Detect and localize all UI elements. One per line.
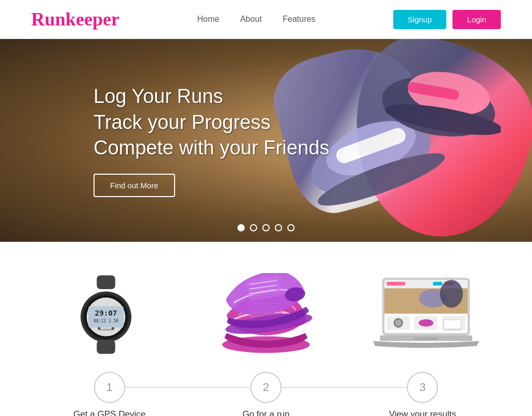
- feature-label-2: Go for a run: [188, 409, 344, 416]
- feature-image-3: [369, 268, 483, 361]
- feature-label-1: Get a GPS Device: [31, 409, 188, 416]
- svg-text:08:12  3.56: 08:12 3.56: [94, 319, 118, 323]
- running-shoes-icon: [214, 273, 318, 356]
- steps-row: 1 2 3: [31, 372, 501, 403]
- feature-labels-row: Get a GPS Device Go for a run View your …: [31, 409, 501, 416]
- logo: Runkeeper: [31, 8, 119, 30]
- carousel-dot-1[interactable]: [237, 224, 245, 231]
- svg-point-45: [395, 319, 402, 327]
- svg-rect-17: [97, 340, 115, 354]
- svg-point-19: [112, 327, 114, 330]
- nav-features[interactable]: Features: [283, 15, 315, 24]
- nav-home[interactable]: Home: [197, 15, 219, 24]
- header-buttons: Signup Login: [393, 10, 501, 29]
- feature-image-2: [209, 268, 323, 361]
- feature-item-1: 29:07 08:12 3.56 GARMIN: [31, 268, 181, 372]
- svg-rect-36: [433, 282, 442, 285]
- gps-watch-icon: 29:07 08:12 3.56 GARMIN: [70, 273, 142, 356]
- features-section: 29:07 08:12 3.56 GARMIN: [0, 242, 532, 416]
- carousel-dots: [237, 224, 295, 231]
- svg-rect-48: [444, 320, 461, 329]
- nav: Home About Features: [197, 15, 315, 24]
- feature-image-1: 29:07 08:12 3.56 GARMIN: [49, 268, 163, 361]
- feature-label-3: View your results: [344, 409, 501, 416]
- signup-button[interactable]: Signup: [393, 10, 447, 29]
- nav-about[interactable]: About: [240, 15, 262, 24]
- carousel-dot-3[interactable]: [262, 224, 270, 231]
- step-circle-3: 3: [407, 372, 438, 403]
- svg-text:GARMIN: GARMIN: [100, 328, 113, 331]
- step-circle-2: 2: [250, 372, 282, 403]
- svg-rect-8: [97, 275, 115, 289]
- feature-item-3: [351, 268, 501, 372]
- step-circle-1: 1: [94, 372, 125, 403]
- hero-content: Log Your Runs Track your Progress Compet…: [0, 84, 329, 197]
- hero-shoes-svg: [303, 44, 501, 237]
- feature-item-2: [191, 268, 341, 372]
- header: Runkeeper Home About Features Signup Log…: [0, 0, 532, 39]
- laptop-icon: [371, 273, 481, 356]
- features-grid: 29:07 08:12 3.56 GARMIN: [31, 268, 501, 372]
- svg-point-18: [98, 327, 100, 330]
- hero-headline: Log Your Runs Track your Progress Compet…: [94, 84, 329, 161]
- carousel-dot-2[interactable]: [250, 224, 257, 231]
- svg-point-40: [440, 280, 463, 307]
- hero-section: Log Your Runs Track your Progress Compet…: [0, 39, 532, 242]
- svg-rect-50: [415, 337, 437, 340]
- login-button[interactable]: Login: [453, 10, 501, 29]
- carousel-dot-4[interactable]: [275, 224, 282, 231]
- svg-point-46: [419, 319, 433, 327]
- svg-text:29:07: 29:07: [95, 309, 117, 317]
- carousel-dot-5[interactable]: [287, 224, 295, 231]
- find-out-more-button[interactable]: Find out More: [94, 174, 175, 197]
- svg-rect-35: [387, 282, 405, 285]
